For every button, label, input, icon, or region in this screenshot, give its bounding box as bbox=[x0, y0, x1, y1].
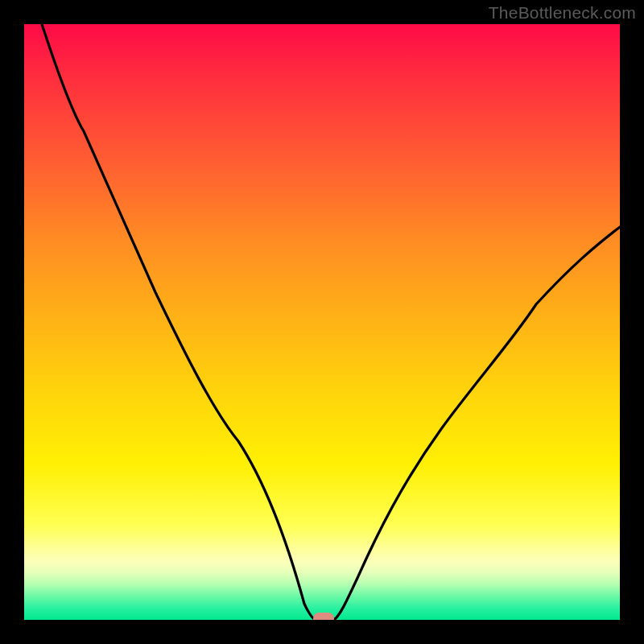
watermark-text: TheBottleneck.com bbox=[489, 3, 636, 23]
bottleneck-curve bbox=[24, 24, 620, 620]
chart-frame: TheBottleneck.com bbox=[0, 0, 644, 644]
optimal-point-marker bbox=[313, 613, 334, 620]
curve-left-branch bbox=[42, 24, 316, 620]
curve-right-branch bbox=[334, 227, 620, 620]
plot-area bbox=[24, 24, 620, 620]
